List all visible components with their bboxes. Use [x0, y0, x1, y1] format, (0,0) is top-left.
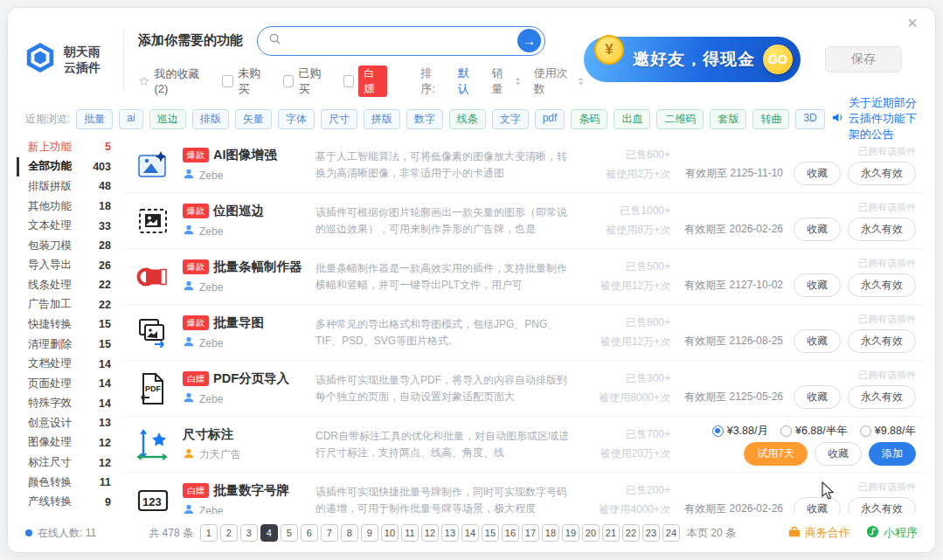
page-button[interactable]: 1	[200, 524, 218, 542]
page-button[interactable]: 9	[361, 524, 378, 542]
category-tag[interactable]: 矢量	[235, 109, 272, 129]
forever-valid-button[interactable]: 永久有效	[848, 385, 916, 409]
sort-option[interactable]: 默认	[458, 66, 479, 97]
page-button[interactable]: 11	[401, 524, 419, 542]
trial-button[interactable]: 试用7天	[744, 442, 808, 466]
page-button[interactable]: 3	[240, 524, 258, 542]
sidebar-item[interactable]: 特殊字效 14	[17, 394, 116, 414]
category-tag[interactable]: 字体	[278, 109, 315, 129]
collect-button[interactable]: 收藏	[794, 497, 841, 515]
sidebar-item[interactable]: 全部功能 403	[17, 157, 116, 177]
page-button[interactable]: 21	[602, 524, 620, 542]
sidebar-item[interactable]: 文档处理 14	[17, 354, 116, 374]
go-button[interactable]: GO	[763, 45, 793, 74]
forever-valid-button[interactable]: 永久有效	[848, 329, 916, 353]
category-tag[interactable]: 批量	[76, 109, 113, 129]
page-button[interactable]: 22	[622, 524, 640, 542]
invite-friends-banner[interactable]: ¥ 邀好友，得现金 GO	[584, 37, 801, 82]
price-option[interactable]: ¥3.88/月	[712, 424, 768, 439]
plugin-title[interactable]: 批量数字号牌	[213, 482, 289, 499]
filter-checkbox[interactable]: 未购买	[222, 66, 268, 97]
category-tag[interactable]: 出血	[614, 109, 650, 129]
close-icon[interactable]: ×	[902, 13, 923, 32]
sidebar-item[interactable]: 颜色转换 11	[17, 473, 116, 493]
page-button[interactable]: 14	[461, 524, 479, 542]
plugin-title[interactable]: 尺寸标注	[183, 426, 233, 443]
my-favorites-filter[interactable]: ☆ 我的收藏(2)	[138, 66, 208, 95]
search-submit-button[interactable]: →	[517, 29, 541, 52]
category-tag[interactable]: 数字	[406, 109, 443, 129]
sidebar-item[interactable]: 其他功能 18	[17, 197, 116, 217]
page-button[interactable]: 15	[482, 524, 499, 542]
radio-icon[interactable]	[712, 425, 724, 437]
mini-program-link[interactable]: 小程序	[866, 525, 918, 541]
filter-checkbox[interactable]: 已购买	[283, 66, 329, 97]
category-tag[interactable]: 二维码	[656, 109, 704, 129]
category-tag[interactable]: 拼版	[364, 109, 400, 129]
page-button[interactable]: 2	[220, 524, 238, 542]
page-button[interactable]: 12	[421, 524, 439, 542]
sidebar-item[interactable]: 文本处理 33	[17, 216, 116, 236]
category-tag[interactable]: 条码	[571, 109, 607, 129]
page-button[interactable]: 4	[260, 524, 278, 542]
forever-valid-button[interactable]: 永久有效	[848, 218, 916, 241]
category-tag[interactable]: 排版	[192, 109, 229, 129]
collect-button[interactable]: 收藏	[794, 385, 841, 409]
category-tag[interactable]: 套版	[710, 109, 746, 129]
sidebar-item[interactable]: 产线转换 9	[17, 492, 116, 512]
page-button[interactable]: 5	[281, 524, 298, 542]
collect-button[interactable]: 收藏	[794, 329, 841, 353]
save-button[interactable]: 保存	[825, 46, 902, 73]
category-tag[interactable]: 尺寸	[321, 109, 357, 129]
page-button[interactable]: 19	[562, 524, 579, 542]
forever-valid-button[interactable]: 永久有效	[848, 273, 916, 297]
plugin-title[interactable]: AI图像增强	[213, 147, 277, 163]
category-tag[interactable]: 巡边	[149, 109, 186, 129]
sidebar-item[interactable]: 包装刀模 28	[17, 236, 116, 256]
forever-valid-button[interactable]: 永久有效	[848, 497, 916, 515]
sidebar-item[interactable]: 排版拼版 48	[17, 176, 116, 197]
sidebar-item[interactable]: 新上功能 5	[17, 137, 116, 157]
category-tag[interactable]: 线条	[449, 109, 486, 129]
forever-valid-button[interactable]: 永久有效	[848, 162, 916, 185]
filter-checkbox[interactable]: 白嫖	[343, 66, 387, 97]
sidebar-item[interactable]: 页面处理 14	[17, 374, 116, 394]
collect-button[interactable]: 收藏	[815, 442, 862, 466]
page-button[interactable]: 13	[441, 524, 459, 542]
sidebar-item[interactable]: 广告加工 22	[17, 295, 116, 315]
category-tag[interactable]: pdf	[535, 109, 565, 129]
page-button[interactable]: 16	[502, 524, 519, 542]
category-tag[interactable]: ai	[119, 109, 142, 129]
add-button[interactable]: 添加	[869, 442, 916, 466]
sidebar-item[interactable]: 清理删除 15	[17, 335, 116, 355]
sidebar-item[interactable]: 图像处理 12	[17, 433, 116, 453]
checkbox-icon[interactable]	[343, 75, 354, 87]
collect-button[interactable]: 收藏	[794, 273, 841, 297]
page-button[interactable]: 10	[381, 524, 399, 542]
sidebar-item[interactable]: 导入导出 26	[17, 255, 116, 275]
checkbox-icon[interactable]	[222, 75, 233, 87]
radio-icon[interactable]	[860, 425, 871, 437]
announcement-link[interactable]: 关于近期部分云插件功能下架的公告	[831, 95, 918, 142]
page-button[interactable]: 17	[522, 524, 539, 542]
business-cooperation-link[interactable]: 商务合作	[788, 525, 850, 541]
plugin-title[interactable]: PDF分页导入	[213, 370, 289, 387]
sidebar-item[interactable]: 线条处理 22	[17, 275, 116, 295]
category-tag[interactable]: 3D	[795, 109, 824, 129]
plugin-title[interactable]: 批量条幅制作器	[213, 259, 302, 275]
category-tag[interactable]: 转曲	[752, 109, 789, 129]
collect-button[interactable]: 收藏	[794, 162, 841, 185]
page-button[interactable]: 20	[582, 524, 600, 542]
page-button[interactable]: 24	[662, 524, 680, 542]
sort-option[interactable]: 销量	[491, 66, 521, 97]
collect-button[interactable]: 收藏	[794, 218, 841, 241]
page-button[interactable]: 18	[542, 524, 559, 542]
category-tag[interactable]: 文字	[492, 109, 529, 129]
sort-option[interactable]: 使用次数	[534, 66, 584, 97]
page-button[interactable]: 8	[341, 524, 358, 542]
page-button[interactable]: 6	[301, 524, 318, 542]
sidebar-item[interactable]: 快捷转换 15	[17, 315, 116, 335]
price-option[interactable]: ¥9.88/年	[860, 424, 916, 439]
search-input[interactable]	[288, 33, 510, 48]
checkbox-icon[interactable]	[283, 75, 295, 87]
